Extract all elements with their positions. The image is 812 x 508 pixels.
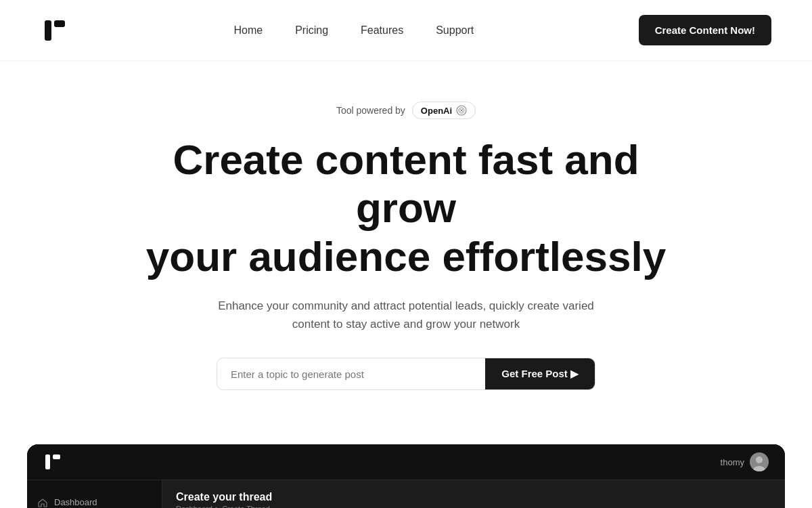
page-title: Create your thread — [176, 491, 771, 503]
navbar: Home Pricing Features Support Create Con… — [0, 0, 812, 61]
app-sidebar: Dashboard Posts ⌃ Write post Create — [27, 480, 162, 508]
breadcrumb: Dashboard > Create Thread — [176, 505, 771, 508]
nav-links: Home Pricing Features Support — [233, 24, 474, 37]
app-user-info: thomy — [721, 452, 769, 471]
svg-rect-1 — [54, 20, 65, 27]
avatar — [750, 452, 769, 471]
openai-badge: OpenAi — [412, 102, 476, 119]
svg-point-6 — [756, 457, 763, 463]
hero-subtext: Enhance your community and attract poten… — [210, 297, 602, 333]
breadcrumb-separator: > — [215, 505, 219, 508]
get-free-post-button[interactable]: Get Free Post ▶ — [485, 358, 595, 389]
username-label: thomy — [721, 457, 744, 467]
app-logo-icon — [43, 452, 62, 471]
app-preview: thomy Dashboard Posts ⌃ — [27, 444, 785, 508]
powered-by-row: Tool powered by OpenAi — [336, 102, 476, 119]
svg-rect-0 — [45, 20, 51, 41]
create-content-button[interactable]: Create Content Now! — [639, 15, 771, 45]
openai-label: OpenAi — [421, 106, 452, 116]
logo-icon — [41, 16, 69, 45]
topic-search-row: Get Free Post ▶ — [217, 358, 595, 390]
openai-icon — [456, 105, 467, 116]
powered-by-label: Tool powered by — [336, 105, 405, 116]
app-body: Dashboard Posts ⌃ Write post Create — [27, 480, 785, 508]
nav-item-pricing[interactable]: Pricing — [295, 24, 328, 37]
nav-item-features[interactable]: Features — [361, 24, 403, 37]
home-icon — [38, 498, 47, 507]
hero-section: Tool powered by OpenAi Create content fa… — [0, 61, 812, 417]
nav-item-support[interactable]: Support — [436, 24, 474, 37]
hero-headline: Create content fast and grow your audien… — [135, 135, 677, 280]
sidebar-item-dashboard[interactable]: Dashboard — [27, 491, 162, 508]
svg-rect-4 — [53, 454, 60, 459]
app-main: Create your thread Dashboard > Create Th… — [162, 480, 785, 508]
nav-item-home[interactable]: Home — [233, 24, 263, 37]
topic-input[interactable] — [217, 358, 485, 389]
logo[interactable] — [41, 16, 69, 45]
app-topbar: thomy — [27, 444, 785, 480]
svg-rect-3 — [45, 454, 50, 469]
